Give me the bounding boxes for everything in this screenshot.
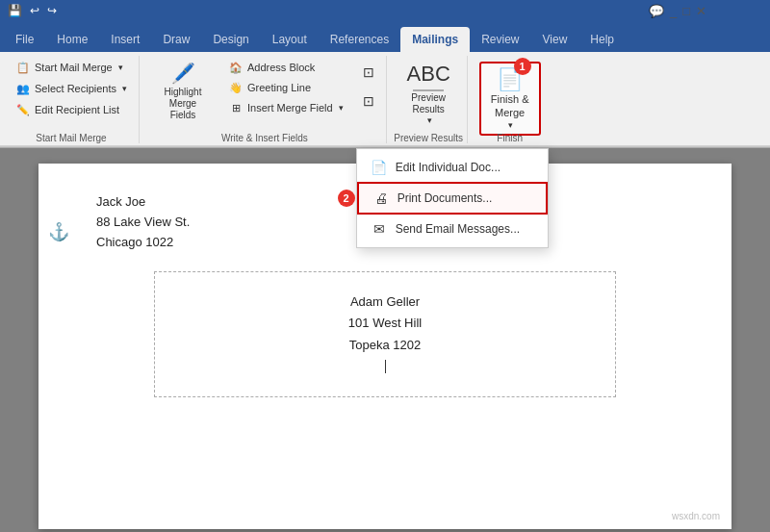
badge-2: 2 xyxy=(338,190,355,207)
preview-icon: ABC xyxy=(407,62,450,87)
merge-field-icon: ⊞ xyxy=(228,100,244,115)
group-label-preview: Preview Results xyxy=(391,131,467,143)
recipients-icon: 👥 xyxy=(15,81,31,96)
address-block-label: Address Block xyxy=(247,62,315,73)
greeting-line-label: Greeting Line xyxy=(247,82,311,93)
dropdown-chevron: ▾ xyxy=(339,103,344,113)
greeting-line-button[interactable]: 👋 Greeting Line xyxy=(222,78,349,97)
envelope-street: 101 West Hill xyxy=(184,313,586,334)
redo-icon[interactable]: ↪ xyxy=(47,4,57,17)
ribbon-tabs: File Home Insert Draw Design Layout Refe… xyxy=(0,21,770,52)
tab-layout[interactable]: Layout xyxy=(261,27,319,52)
select-recipients-button[interactable]: 👥 Select Recipients ▾ xyxy=(10,79,133,98)
tab-references[interactable]: References xyxy=(319,27,400,52)
edit-recipient-list-button[interactable]: ✏️ Edit Recipient List xyxy=(10,100,125,119)
quick-access-toolbar: 💾 ↩ ↪ 💬 _ □ ✕ xyxy=(0,0,770,21)
minimize-icon[interactable]: _ xyxy=(670,4,677,18)
save-icon[interactable]: 💾 xyxy=(8,4,22,17)
send-email-item[interactable]: ✉ Send Email Messages... xyxy=(357,215,548,243)
insert-merge-field-label: Insert Merge Field xyxy=(247,102,333,114)
edit-individual-doc-item[interactable]: 📄 Edit Individual Doc... xyxy=(357,153,548,182)
tab-review[interactable]: Review xyxy=(470,27,530,52)
tab-mailings[interactable]: Mailings xyxy=(400,27,470,52)
finish-merge-label: Finish &Merge xyxy=(491,92,529,120)
field-extra-2[interactable]: ⊡ xyxy=(357,91,380,111)
print-documents-label: Print Documents... xyxy=(398,191,493,205)
tab-draw[interactable]: Draw xyxy=(151,27,201,52)
envelope-name: Adam Geller xyxy=(184,291,586,313)
group-label-start-mail-merge: Start Mail Merge xyxy=(4,131,139,143)
start-merge-icon: 📋 xyxy=(15,60,31,75)
tab-home[interactable]: Home xyxy=(45,27,99,52)
highlight-label: HighlightMerge Fields xyxy=(157,87,209,121)
cursor-line xyxy=(184,356,586,377)
finish-merge-button[interactable]: 📄 Finish &Merge ▾ xyxy=(479,62,541,136)
dropdown-chevron: ▾ xyxy=(118,63,123,72)
window-controls: 💬 _ □ ✕ xyxy=(649,4,712,18)
field-extra-1[interactable]: ⊡ xyxy=(357,63,380,82)
tab-insert[interactable]: Insert xyxy=(99,27,151,52)
ribbon-group-write-insert: 🖊️ HighlightMerge Fields 🏠 Address Block… xyxy=(143,56,387,143)
address-block-button[interactable]: 🏠 Address Block xyxy=(222,58,349,77)
highlight-icon: 🖊️ xyxy=(171,62,195,85)
anchor-icon: ⚓ xyxy=(48,221,69,242)
group-label-write-insert: Write & Insert Fields xyxy=(143,131,386,143)
ribbon-group-preview: ABC PreviewResults ▾ Preview Results xyxy=(391,56,468,143)
close-icon[interactable]: ✕ xyxy=(696,4,706,18)
comment-icon[interactable]: 💬 xyxy=(649,4,664,18)
preview-label: PreviewResults xyxy=(411,92,446,115)
greeting-line-icon: 👋 xyxy=(228,80,244,95)
maximize-icon[interactable]: □ xyxy=(682,4,690,18)
start-mail-merge-button[interactable]: 📋 Start Mail Merge ▾ xyxy=(10,58,129,77)
badge-1: 1 xyxy=(514,58,531,75)
undo-icon[interactable]: ↩ xyxy=(30,4,39,17)
print-icon: 🖨 xyxy=(372,190,390,207)
insert-merge-field-button[interactable]: ⊞ Insert Merge Field ▾ xyxy=(222,98,349,117)
preview-divider xyxy=(413,89,444,91)
address-block-icon: 🏠 xyxy=(228,60,244,75)
ribbon-group-start-mail-merge: 📋 Start Mail Merge ▾ 👥 Select Recipients… xyxy=(4,56,140,143)
edit-list-icon: ✏️ xyxy=(15,102,31,117)
ribbon: 📋 Start Mail Merge ▾ 👥 Select Recipients… xyxy=(0,52,770,146)
ribbon-group-finish: 1 📄 Finish &Merge ▾ Finish 📄 Edit Indivi… xyxy=(472,56,549,143)
dropdown-chevron: ▾ xyxy=(122,84,127,93)
tab-view[interactable]: View xyxy=(531,27,579,52)
preview-results-button[interactable]: ABC PreviewResults ▾ xyxy=(401,58,456,129)
dropdown-chevron: ▾ xyxy=(427,115,432,125)
group-label-finish: Finish xyxy=(472,131,549,143)
envelope-address: Adam Geller 101 West Hill Topeka 1202 xyxy=(184,291,586,376)
tab-help[interactable]: Help xyxy=(578,27,626,52)
highlight-merge-fields-button[interactable]: 🖊️ HighlightMerge Fields xyxy=(149,58,217,123)
tab-file[interactable]: File xyxy=(4,27,45,52)
envelope-city: Topeka 1202 xyxy=(184,335,586,356)
email-icon: ✉ xyxy=(371,220,388,238)
print-documents-item[interactable]: 2 🖨 Print Documents... xyxy=(357,182,548,215)
finish-merge-dropdown: 📄 Edit Individual Doc... 2 🖨 Print Docum… xyxy=(356,148,549,248)
edit-individual-label: Edit Individual Doc... xyxy=(396,161,500,174)
envelope-box: Adam Geller 101 West Hill Topeka 1202 xyxy=(154,271,616,396)
edit-doc-icon: 📄 xyxy=(371,159,388,176)
send-email-label: Send Email Messages... xyxy=(396,222,520,236)
dropdown-chevron: ▾ xyxy=(508,120,513,130)
tab-design[interactable]: Design xyxy=(201,27,260,52)
watermark: wsxdn.com xyxy=(672,511,720,521)
